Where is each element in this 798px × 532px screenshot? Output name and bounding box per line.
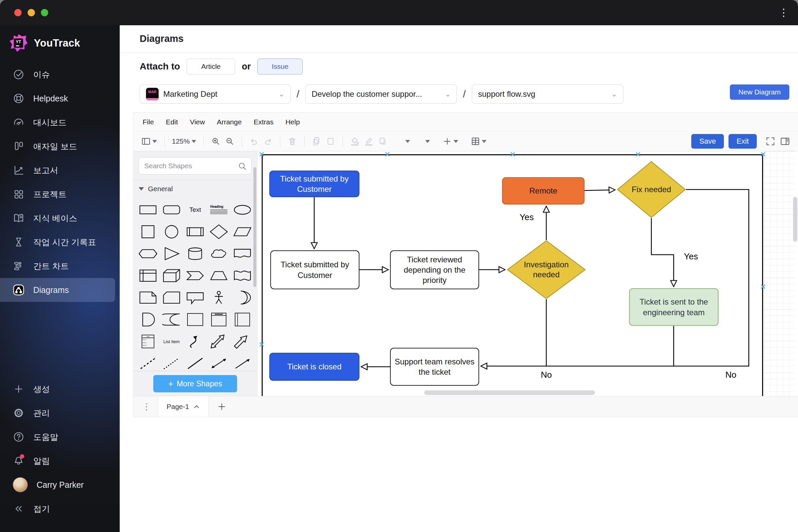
sidebar-item-lifebuoy[interactable]: Helpdesk <box>0 87 115 110</box>
shape-rounded-rectangle[interactable] <box>159 199 183 221</box>
sidebar-item-gantt[interactable]: 간트 차트 <box>0 254 115 278</box>
shape-curve[interactable] <box>183 330 207 353</box>
sidebar-item-check-circle[interactable]: 이슈 <box>0 62 115 87</box>
shapes-panel-scrollbar[interactable] <box>253 167 256 287</box>
browser-menu-icon[interactable]: ⋮ <box>779 6 789 19</box>
shadow-button[interactable] <box>378 137 387 146</box>
sidebar-item-diagrams[interactable]: Diagrams <box>0 278 115 302</box>
selection-handle[interactable] <box>760 284 766 290</box>
shapes-section-general[interactable]: General <box>133 180 257 197</box>
sidebar-item-grid[interactable]: 프로젝트 <box>0 182 115 206</box>
sidebar-item-board[interactable]: 애자일 보드 <box>0 134 115 158</box>
shape-list-item[interactable]: List Item <box>159 330 183 353</box>
sidebar-item-avatar[interactable]: Carry Parker <box>0 473 115 497</box>
fill-color-button[interactable] <box>350 137 359 146</box>
zoom-level-button[interactable]: 125% <box>172 137 196 145</box>
shape-parallelogram[interactable] <box>231 221 254 243</box>
paste-button[interactable] <box>326 137 335 146</box>
copy-button[interactable] <box>312 137 321 146</box>
delete-button[interactable] <box>288 137 297 146</box>
shape-cylinder[interactable] <box>183 243 207 265</box>
line-style-dropdown[interactable] <box>425 140 430 143</box>
attach-issue-button[interactable]: Issue <box>258 58 303 75</box>
menu-edit[interactable]: Edit <box>166 118 178 126</box>
shape-and[interactable] <box>136 308 159 330</box>
format-panel-button[interactable] <box>780 136 790 146</box>
selection-handle[interactable] <box>635 151 641 157</box>
shape-data-storage[interactable] <box>159 308 183 330</box>
menu-file[interactable]: File <box>142 118 154 126</box>
shape-rectangle[interactable] <box>136 199 159 221</box>
selection-handle[interactable] <box>384 151 391 157</box>
selection-handle[interactable] <box>760 151 766 157</box>
exit-button[interactable]: Exit <box>728 134 757 149</box>
redo-button[interactable] <box>263 137 273 146</box>
flowchart-node-investigation[interactable]: Investigation needed <box>507 240 586 299</box>
shape-arrow[interactable] <box>231 330 254 353</box>
shape-triangle[interactable] <box>159 243 183 265</box>
vertical-scrollbar[interactable] <box>793 197 797 242</box>
shape-process[interactable] <box>183 221 207 243</box>
shape-or[interactable] <box>231 287 254 308</box>
flowchart-node-engineering[interactable]: Ticket is sent to the engineering team <box>629 288 719 326</box>
flowchart-node-start[interactable]: Ticket submitted by Customer <box>269 171 359 197</box>
shape-vertical-container[interactable] <box>207 308 231 330</box>
attach-article-button[interactable]: Article <box>187 58 235 75</box>
youtrack-logo[interactable]: YT YouTrack <box>0 25 120 62</box>
issue-select[interactable]: Develop the customer suppor... ⌄ <box>305 84 457 104</box>
zoom-window-button[interactable] <box>41 9 48 16</box>
shape-note[interactable] <box>136 287 159 308</box>
flowchart-node-fix[interactable]: Fix needed <box>617 161 686 218</box>
selection-handle[interactable] <box>510 151 516 157</box>
shape-text[interactable]: Text <box>183 199 207 221</box>
undo-button[interactable] <box>249 137 259 146</box>
shape-diamond[interactable] <box>207 221 231 243</box>
line-color-button[interactable] <box>364 137 374 146</box>
flowchart-edge[interactable] <box>585 190 615 191</box>
flowchart-node-closed[interactable]: Ticket is closed <box>269 353 359 381</box>
selection-handle[interactable] <box>259 151 265 157</box>
selection-handle[interactable] <box>259 341 265 347</box>
shape-horizontal-container[interactable] <box>231 308 254 330</box>
more-shapes-button[interactable]: + More Shapes <box>153 375 237 392</box>
sidebar-item-collapse[interactable]: 접기 <box>0 497 115 521</box>
page-tab[interactable]: Page-1 <box>158 396 209 417</box>
shape-document[interactable] <box>231 243 254 265</box>
sidebar-item-help[interactable]: 도움말 <box>0 425 115 449</box>
insert-button[interactable] <box>442 137 458 146</box>
menu-view[interactable]: View <box>190 118 205 126</box>
minimize-window-button[interactable] <box>27 9 35 16</box>
close-window-button[interactable] <box>14 9 22 16</box>
add-page-button[interactable] <box>209 402 235 412</box>
sidebar-item-plus[interactable]: 생성 <box>0 377 115 401</box>
file-select[interactable]: support flow.svg ⌄ <box>472 84 624 104</box>
shape-internal-storage[interactable] <box>136 265 159 287</box>
sidebar-item-book[interactable]: 지식 베이스 <box>0 206 115 230</box>
toggle-panel-button[interactable] <box>141 137 157 146</box>
shape-trapezoid[interactable] <box>207 265 231 287</box>
fullscreen-button[interactable] <box>765 136 775 146</box>
flowchart-edge[interactable] <box>651 218 673 287</box>
table-button[interactable] <box>471 137 487 146</box>
shape-actor[interactable] <box>207 287 231 308</box>
horizontal-scrollbar[interactable] <box>424 391 595 395</box>
diagram-canvas[interactable]: Ticket submitted by CustomerTicket submi… <box>258 151 798 396</box>
shape-list[interactable] <box>136 330 159 353</box>
flowchart-node-remote[interactable]: Remote <box>502 177 585 205</box>
pages-menu-icon[interactable]: ⋮ <box>133 401 158 412</box>
shape-tape[interactable] <box>231 265 254 287</box>
shape-circle[interactable] <box>159 221 183 243</box>
shape-cube[interactable] <box>159 265 183 287</box>
new-diagram-button[interactable]: New Diagram <box>730 84 790 100</box>
shape-hexagon[interactable] <box>136 243 159 265</box>
save-button[interactable]: Save <box>691 134 724 149</box>
shape-heading[interactable]: Heading <box>207 199 231 221</box>
shape-step[interactable] <box>183 265 207 287</box>
sidebar-item-gear[interactable]: 관리 <box>0 401 115 425</box>
shape-ellipse[interactable] <box>231 199 254 221</box>
project-select[interactable]: MAR Marketing Dept ⌄ <box>140 84 291 104</box>
shape-square[interactable] <box>136 221 159 243</box>
fill-style-dropdown[interactable] <box>405 140 410 143</box>
menu-arrange[interactable]: Arrange <box>217 118 242 126</box>
sidebar-item-chart[interactable]: 보고서 <box>0 158 115 182</box>
